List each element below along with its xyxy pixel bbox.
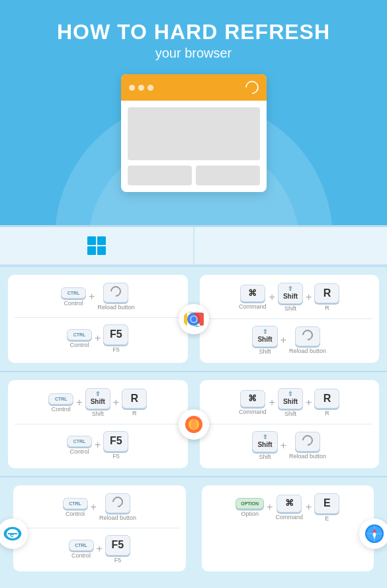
header: HOW TO HARD REFRESH your browser [0, 0, 387, 225]
ie-icon: e [2, 523, 23, 544]
os-row [0, 225, 387, 266]
ff-r-caption: R [132, 410, 137, 416]
ie-f5-wrap: F5 F5 [105, 535, 130, 564]
reload-icon [108, 284, 124, 299]
ie-win-combo2: Ctrl Control + F5 F5 [20, 535, 179, 564]
plus-4: + [306, 291, 312, 303]
r-label: R [320, 287, 334, 301]
shift2-key: ⇧ Shift [252, 326, 277, 347]
firefox-win-combo1: Ctrl Control + ⇧ Shift Shift + R R [15, 388, 181, 417]
browser-content-block-2 [196, 166, 260, 185]
ie-windows-col: Ctrl Control + Reload button Ctrl Contro… [13, 485, 186, 571]
safari-plus-2: + [306, 501, 312, 513]
f5-label: F5 [108, 328, 123, 342]
ff-ctrl-wrap: Ctrl Control [48, 393, 73, 413]
shift-arrow: ⇧ [283, 286, 298, 292]
browser-dots [129, 85, 153, 91]
ctrl-key: Ctrl [61, 287, 86, 299]
ff-mac-reload-key [295, 432, 320, 452]
ie-ctrl-key: Ctrl [63, 498, 88, 509]
svg-point-3 [191, 316, 196, 322]
divider2 [206, 318, 373, 319]
ie-reload-wrap: Reload button [99, 493, 136, 521]
ff-f5-key: F5 [103, 431, 128, 452]
ie-f5-label: F5 [110, 538, 125, 552]
windows-icon [87, 236, 106, 255]
svg-text:e: e [10, 530, 14, 538]
ff-r-wrap: R R [122, 389, 147, 417]
firefox-section: Ctrl Control + ⇧ Shift Shift + R R [0, 371, 387, 476]
ie-ctrl-wrap: Ctrl Control [63, 498, 88, 517]
shift2-caption: Shift [259, 348, 271, 355]
ff-mac-cmd-symbol: ⌘ [245, 393, 260, 405]
reload-key-wrap: Reload button [97, 283, 134, 311]
ff-ctrl2-caption: Control [70, 448, 89, 455]
ctrl-key2: Ctrl [67, 329, 92, 340]
ff-plus-2: + [113, 397, 119, 409]
ctrl2-caption: Control [70, 342, 89, 348]
cmd-caption: Command [239, 303, 267, 310]
ff-ctrl-caption: Control [52, 406, 71, 413]
ff-mac-cmd-key: ⌘ [240, 390, 265, 408]
shift-caption: Shift [284, 305, 296, 312]
mac-col [194, 227, 388, 266]
windows-pane-1 [87, 236, 96, 245]
ff-mac-reload-caption: Reload button [289, 453, 326, 460]
ff-shift-key: ⇧ Shift [85, 388, 110, 409]
safari-option-key: option [236, 498, 264, 509]
plus-5: + [280, 334, 286, 346]
divider [15, 317, 181, 318]
shift-label: Shift [283, 292, 298, 301]
cmd-key: ⌘ [240, 285, 265, 303]
safari-plus-1: + [267, 501, 273, 513]
safari-e-label: E [320, 497, 334, 511]
ff-shift-arrow: ⇧ [91, 391, 105, 397]
browser-titlebar [121, 74, 267, 101]
safari-cmd-symbol: ⌘ [282, 498, 296, 509]
safari-e-caption: E [325, 515, 329, 522]
r-key: R [314, 283, 339, 304]
ctrl-key2-wrap: Ctrl Control [67, 329, 92, 348]
ie-ctrl-caption: Control [65, 511, 85, 517]
reload2-icon [300, 328, 316, 343]
chrome-win-combo2: Ctrl Control + F5 F5 [15, 324, 181, 353]
ie-ctrl-top: Ctrl [68, 501, 83, 506]
ie-ctrl2-wrap: Ctrl Control [69, 540, 94, 559]
ctrl-top-label: Ctrl [66, 291, 81, 295]
safari-cmd-wrap: ⌘ Command [275, 495, 303, 520]
ie-ctrl2-top: Ctrl [74, 543, 89, 548]
safari-cmd-key: ⌘ [277, 495, 302, 513]
browser-mockup [121, 74, 267, 192]
ie-reload-icon [110, 495, 126, 510]
ff-r-key: R [122, 389, 147, 409]
firefox-icon [184, 415, 204, 434]
safari-mac-col: option Option + ⌘ Command + E E [202, 485, 374, 571]
reload2-key-wrap: Reload button [289, 326, 326, 354]
ff-f5-label: F5 [108, 434, 123, 448]
ff-f5-caption: F5 [112, 453, 120, 460]
ff-mac-shift2-label: Shift [257, 440, 272, 449]
ff-mac-plus-1: + [269, 397, 275, 409]
browser-content-area [128, 107, 260, 160]
ff-ctrl-top: Ctrl [54, 397, 68, 401]
chrome-section: Ctrl Control + Reload button Ctrl Contro… [0, 266, 387, 371]
plus-1: + [89, 291, 95, 303]
ff-mac-r-caption: R [325, 410, 329, 416]
browser-content-row [128, 166, 260, 185]
ff-shift-caption: Shift [92, 411, 104, 417]
firefox-mac-col: ⌘ Command + ⇧ Shift Shift + R R [200, 380, 380, 468]
ie-win-combo1: Ctrl Control + Reload button [20, 493, 179, 521]
ff-mac-r-label: R [320, 392, 334, 406]
ie-plus-1: + [91, 501, 97, 513]
plus-2: + [95, 332, 101, 344]
ff-divider1 [15, 424, 181, 424]
ff-mac-shift-key: ⇧ Shift [278, 388, 303, 409]
safari-e-key: E [314, 493, 339, 514]
browser-body [121, 101, 267, 192]
ff-mac-cmd-wrap: ⌘ Command [239, 390, 267, 416]
browser-dot-3 [148, 85, 153, 91]
browser-reload-icon [242, 78, 261, 97]
browser-dot-1 [129, 85, 135, 91]
ff-mac-shift2-caption: Shift [259, 454, 271, 460]
ff-mac-reload-icon [300, 433, 316, 448]
